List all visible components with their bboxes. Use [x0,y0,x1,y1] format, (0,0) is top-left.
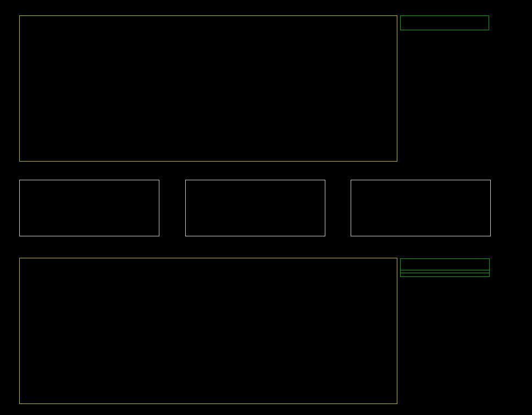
ionogram-top-block [0,12,532,177]
aip-panel-header [401,259,489,270]
thumbnail-eliminate-canvas [186,180,324,235]
thumbnail-evidence-canvas [351,180,489,235]
thumbnail-evidence-f2 [351,180,491,236]
ionogram-bottom-frame [19,258,397,404]
ionogram-top-frame [19,15,397,162]
ionogram-bottom-canvas [20,258,396,402]
ionogram-top-canvas [20,16,396,160]
ionogram-bottom-block [0,254,532,415]
autoscala-app-window [0,0,532,415]
tec-separator [401,273,489,273]
thumbnail-original-canvas [20,180,158,235]
autoscala-output-panel [400,15,489,30]
aip-output-panel [400,258,490,277]
autoscala-panel-header [401,16,489,30]
thumbnail-eliminate-reflections [185,180,325,236]
thumbnail-original-ionogram [19,180,159,236]
